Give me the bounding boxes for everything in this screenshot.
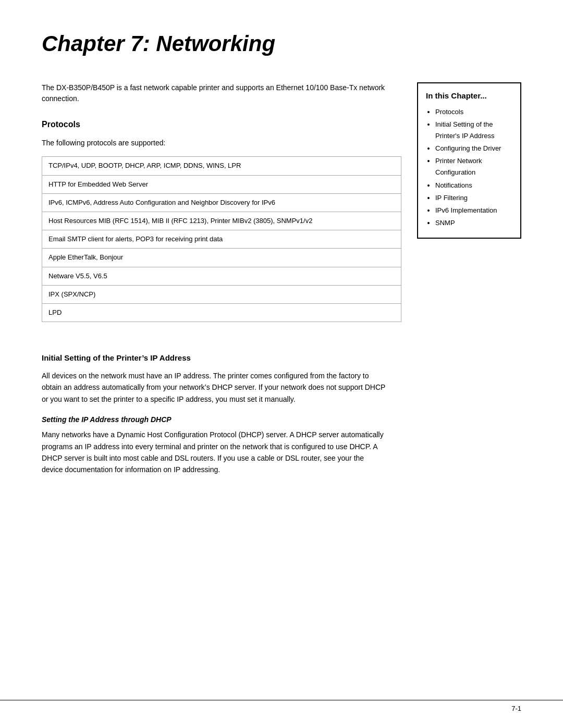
table-row: TCP/IPv4, UDP, BOOTP, DHCP, ARP, ICMP, D… bbox=[42, 157, 401, 175]
in-chapter-title: In this Chapter... bbox=[426, 91, 512, 100]
content-main: Initial Setting of the Printer’s IP Addr… bbox=[42, 353, 386, 476]
initial-setting-heading: Initial Setting of the Printer’s IP Addr… bbox=[42, 353, 386, 362]
protocols-section: Protocols The following protocols are su… bbox=[42, 120, 401, 322]
table-row: Host Resources MIB (RFC 1514), MIB II (R… bbox=[42, 212, 401, 230]
table-row: LPD bbox=[42, 303, 401, 322]
initial-setting-body1: All devices on the network must have an … bbox=[42, 370, 386, 405]
table-row: Netware V5.5, V6.5 bbox=[42, 267, 401, 285]
list-item: SNMP bbox=[435, 217, 512, 229]
protocols-table: TCP/IPv4, UDP, BOOTP, DHCP, ARP, ICMP, D… bbox=[42, 156, 401, 322]
table-row: Apple EtherTalk, Bonjour bbox=[42, 249, 401, 267]
list-item: Printer Network Configuration bbox=[435, 155, 512, 178]
dhcp-subheading: Setting the IP Address through DHCP bbox=[42, 415, 386, 424]
list-item: IP Filtering bbox=[435, 192, 512, 204]
in-chapter-sidebar: In this Chapter... ProtocolsInitial Sett… bbox=[417, 82, 521, 338]
table-row: Email SMTP client for alerts, POP3 for r… bbox=[42, 230, 401, 249]
table-row: IPX (SPX/NCP) bbox=[42, 285, 401, 303]
initial-setting-body2: Many networks have a Dynamic Host Config… bbox=[42, 429, 386, 476]
protocols-intro: The following protocols are supported: bbox=[42, 137, 401, 149]
in-chapter-list: ProtocolsInitial Setting of the Printer'… bbox=[426, 106, 512, 229]
in-chapter-box: In this Chapter... ProtocolsInitial Sett… bbox=[417, 82, 521, 239]
top-left: The DX-B350P/B450P is a fast network cap… bbox=[42, 82, 401, 338]
list-item: Notifications bbox=[435, 180, 512, 191]
table-row: HTTP for Embedded Web Server bbox=[42, 175, 401, 193]
page-footer: 7-1 bbox=[0, 700, 563, 712]
protocols-heading: Protocols bbox=[42, 120, 401, 129]
page-number: 7-1 bbox=[511, 705, 521, 712]
table-row: IPv6, ICMPv6, Address Auto Configuration… bbox=[42, 193, 401, 212]
list-item: Protocols bbox=[435, 106, 512, 118]
list-item: Initial Setting of the Printer's IP Addr… bbox=[435, 119, 512, 142]
chapter-title: Chapter 7: Networking bbox=[42, 31, 521, 56]
page-container: Chapter 7: Networking The DX-B350P/B450P… bbox=[0, 0, 563, 728]
list-item: Configuring the Driver bbox=[435, 143, 512, 154]
intro-text: The DX-B350P/B450P is a fast network cap… bbox=[42, 82, 401, 104]
list-item: IPv6 Implementation bbox=[435, 205, 512, 216]
top-section: The DX-B350P/B450P is a fast network cap… bbox=[42, 82, 521, 338]
